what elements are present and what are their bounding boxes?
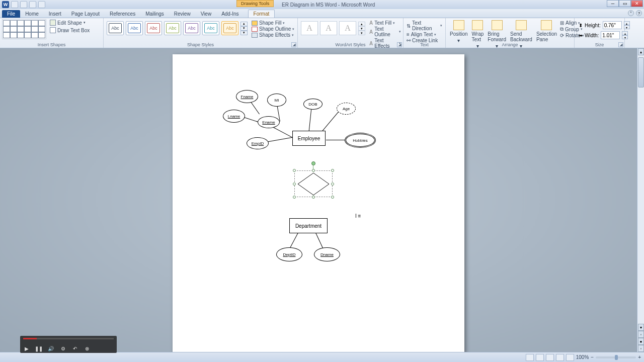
wordart-launcher[interactable]: ◢ (397, 42, 402, 47)
tab-review[interactable]: Review (169, 10, 196, 18)
tab-add-ins[interactable]: Add-Ins (216, 10, 244, 18)
style-gallery-more[interactable]: ▴▾▾ (240, 22, 248, 35)
zoom-level[interactable]: 100% (576, 354, 589, 360)
prev-page-button[interactable]: ◦ (638, 331, 644, 338)
entity-department[interactable]: Department (289, 218, 328, 233)
resize-handle-nw[interactable] (293, 169, 296, 172)
resize-handle-s[interactable] (312, 196, 315, 199)
browse-object-button[interactable]: ● (638, 338, 644, 345)
maximize-button[interactable]: ▭ (619, 0, 631, 7)
relationship-diamond[interactable] (297, 172, 330, 196)
minimize-ribbon-button[interactable]: ˄ (628, 10, 634, 16)
close-overlay-button[interactable]: ⊗ (84, 345, 91, 352)
attr-age[interactable]: Age (337, 103, 356, 115)
attr-dname[interactable]: Dname (314, 247, 340, 261)
shape-styles-launcher[interactable]: ◢ (291, 42, 296, 47)
qat-redo-icon[interactable] (29, 1, 36, 8)
file-tab[interactable]: File (2, 10, 20, 18)
send-backward-label: Send Backward (510, 31, 532, 42)
wordart-gallery[interactable]: A A A ▴▾▾ (300, 19, 366, 41)
shape-effects-button[interactable]: Shape Effects▾ (252, 32, 294, 38)
pause-button[interactable]: ❚❚ (35, 345, 42, 352)
zoom-in-button[interactable]: + (638, 354, 641, 360)
web-layout-view-button[interactable] (546, 354, 554, 361)
tab-mailings[interactable]: Mailings (140, 10, 169, 18)
tab-format[interactable]: Format (248, 10, 275, 18)
draft-view-button[interactable] (566, 354, 574, 361)
group-icon: ⧉ (560, 26, 564, 32)
qat-customize-icon[interactable] (38, 1, 45, 8)
scroll-up-arrow[interactable]: ▴ (638, 48, 644, 55)
attr-ename[interactable]: Ename (258, 116, 280, 128)
attr-deptid[interactable]: DeptID (276, 247, 302, 261)
shape-outline-button[interactable]: Shape Outline▾ (252, 26, 294, 32)
shape-fill-button[interactable]: Shape Fill▾ (252, 20, 294, 26)
attr-label: DeptID (283, 252, 296, 257)
next-page-button[interactable]: ◦ (638, 345, 644, 352)
width-spinner[interactable]: ▴▾ (622, 31, 628, 39)
page[interactable]: Fname MI Lname Ename DOB Age EmpID Hobbi… (173, 54, 464, 352)
resize-handle-w[interactable] (293, 183, 296, 186)
resize-handle-se[interactable] (331, 196, 334, 199)
attr-mi[interactable]: MI (267, 94, 286, 107)
attr-dob[interactable]: DOB (303, 99, 323, 110)
tab-page-layout[interactable]: Page Layout (66, 10, 105, 18)
align-icon: ⊞ (560, 20, 564, 26)
word-app-icon: W (2, 1, 9, 8)
shape-style-gallery[interactable]: Abc Abc Abc Abc Abc Abc Abc ▴▾▾ (106, 19, 249, 41)
zoom-out-button[interactable]: − (591, 354, 594, 360)
vertical-scrollbar[interactable]: ▴ ▾ ◦ ● ◦ (637, 48, 644, 352)
shapes-gallery[interactable] (2, 19, 46, 39)
edit-shape-button[interactable]: Edit Shape ▾ (48, 19, 91, 26)
scroll-down-arrow[interactable]: ▾ (638, 324, 644, 331)
qat-undo-icon[interactable] (20, 1, 27, 8)
play-button[interactable]: ▶ (23, 345, 30, 352)
attr-lname[interactable]: Lname (223, 110, 245, 123)
resize-handle-sw[interactable] (293, 196, 296, 199)
settings-button[interactable]: ⚙ (59, 345, 66, 352)
zoom-slider-knob[interactable] (615, 355, 618, 360)
resize-handle-e[interactable] (331, 183, 334, 186)
attr-label: Fname (241, 95, 254, 99)
full-screen-view-button[interactable] (536, 354, 544, 361)
height-spinner[interactable]: ▴▾ (624, 21, 630, 29)
align-text-button[interactable]: ≡Align Text▾ (407, 32, 442, 37)
scroll-thumb[interactable] (638, 57, 644, 87)
playback-progress[interactable] (23, 338, 114, 339)
tab-references[interactable]: References (105, 10, 140, 18)
help-button[interactable]: ? (636, 10, 642, 16)
wrap-text-icon (472, 20, 483, 30)
text-box-icon (50, 27, 56, 33)
width-input[interactable] (601, 31, 620, 39)
size-launcher[interactable]: ◢ (618, 42, 623, 47)
entity-employee[interactable]: Employee (292, 131, 326, 146)
text-outline-button[interactable]: AText Outline▾ (369, 26, 401, 37)
text-fill-button[interactable]: AText Fill▾ (369, 20, 401, 26)
height-input[interactable] (603, 21, 622, 29)
tab-view[interactable]: View (196, 10, 217, 18)
tab-home[interactable]: Home (20, 10, 44, 18)
qat-save-icon[interactable] (11, 1, 18, 8)
tab-insert[interactable]: Insert (44, 10, 66, 18)
attr-label: Ename (262, 120, 275, 125)
text-direction-button[interactable]: ⇅Text Direction▾ (407, 20, 442, 31)
attr-hobbies[interactable]: Hobbies (346, 134, 375, 147)
zoom-slider[interactable] (596, 356, 636, 358)
attr-fname[interactable]: Fname (236, 90, 258, 103)
minimize-button[interactable]: ─ (607, 0, 619, 7)
print-layout-view-button[interactable] (526, 354, 534, 361)
wrap-text-label: Wrap Text (472, 31, 484, 42)
text-direction-label: Text Direction (412, 20, 439, 31)
rotation-handle[interactable] (311, 161, 315, 165)
resize-handle-ne[interactable] (331, 169, 334, 172)
draw-text-box-button[interactable]: Draw Text Box (48, 27, 91, 34)
outline-view-button[interactable] (556, 354, 564, 361)
rotate-icon: ⟳ (560, 33, 564, 38)
attr-empid[interactable]: EmpID (247, 137, 269, 149)
group-label-wordart-styles: WordArt Styles (298, 42, 403, 48)
text-outline-label: Text Outline (374, 26, 397, 37)
volume-button[interactable]: 🔊 (47, 345, 54, 352)
rewind-button[interactable]: ↶ (71, 345, 78, 352)
resize-handle-n[interactable] (312, 169, 315, 172)
close-button[interactable]: ✕ (631, 0, 643, 7)
